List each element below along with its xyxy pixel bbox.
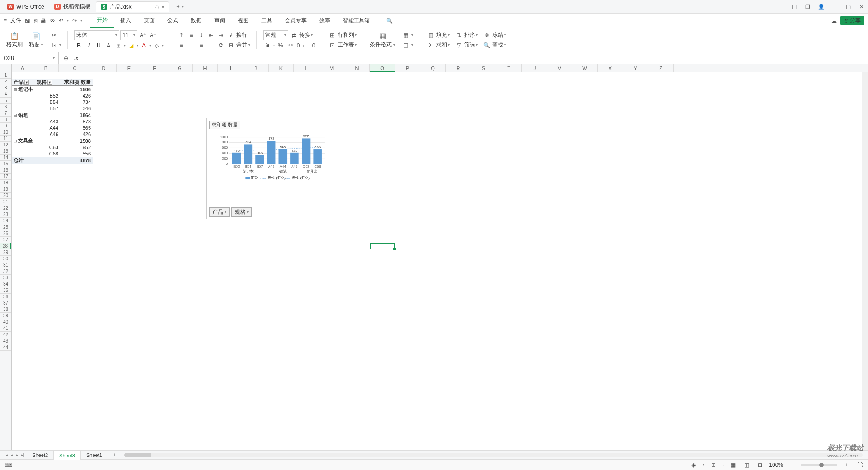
rowcol-button[interactable]: ⊞ [328,31,337,40]
strike-icon[interactable]: A̶ [104,41,113,50]
ribbon-tab-efficiency[interactable]: 效率 [313,14,336,28]
select-all-corner[interactable] [0,64,12,72]
view-normal-icon[interactable]: ▦ [728,461,737,470]
row-header[interactable]: 8 [0,117,11,123]
cube-icon[interactable]: ❒ [804,3,811,10]
ribbon-tab-smart[interactable]: 智能工具箱 [336,14,376,28]
horizontal-scrollbar[interactable] [124,453,863,457]
row-header[interactable]: 4 [0,91,11,98]
row-header[interactable]: 20 [0,193,11,199]
col-header[interactable]: U [522,64,547,72]
vertical-scrollbar[interactable] [862,72,868,450]
align-center-icon[interactable]: ≣ [187,41,196,50]
number-format-select[interactable]: 常规▾ [263,30,288,40]
preview-icon[interactable]: 👁 [50,18,55,24]
dec-inc-icon[interactable]: .0→ [296,41,305,50]
filter-button[interactable]: ▽ [454,41,463,50]
align-top-icon[interactable]: ⤒ [177,31,186,40]
ribbon-tab-data[interactable]: 数据 [184,14,208,28]
row-header[interactable]: 38 [0,306,11,313]
font-size-select[interactable]: 11▾ [120,30,137,40]
row-header[interactable]: 29 [0,249,11,256]
row-header[interactable]: 10 [0,129,11,136]
col-header[interactable]: S [471,64,496,72]
align-middle-icon[interactable]: ≡ [187,31,196,40]
col-header[interactable]: C [59,64,91,72]
col-header[interactable]: X [598,64,623,72]
col-header[interactable]: Y [623,64,648,72]
zoom-out-icon[interactable]: − [788,461,797,470]
find-button[interactable]: 🔍 [482,41,491,50]
formula-input[interactable] [82,55,865,61]
ribbon-tab-page[interactable]: 页面 [137,14,161,28]
zoom-slider[interactable] [801,464,837,466]
row-header[interactable]: 2 [0,79,11,85]
align-right-icon[interactable]: ≡ [197,41,206,50]
row-header[interactable]: 12 [0,142,11,148]
input-mode-icon[interactable]: ⌨ [4,461,13,470]
col-header[interactable]: A [12,64,33,72]
chart-filter-product[interactable]: 产品▾ [209,207,230,217]
ribbon-tab-home[interactable]: 开始 [90,14,114,28]
row-header[interactable]: 40 [0,319,11,325]
row-header[interactable]: 15 [0,161,11,167]
embedded-chart[interactable]: 求和项:数量 020040060080010004267343468735654… [206,118,382,219]
row-header[interactable]: 3 [0,85,11,91]
row-header[interactable]: 5 [0,98,11,104]
clear-format-icon[interactable]: ◇ [152,41,161,50]
indent-dec-icon[interactable]: ⇤ [207,31,216,40]
convert-button[interactable]: ⇄ [289,31,298,40]
col-header[interactable]: B [33,64,59,72]
col-header[interactable]: L [294,64,319,72]
col-header[interactable]: Z [648,64,674,72]
row-header[interactable]: 41 [0,325,11,332]
sort-button[interactable]: ⇅ [454,31,463,40]
ribbon-tab-vip[interactable]: 会员专享 [278,14,313,28]
sheet-tab-2[interactable]: Sheet1 [81,451,108,460]
redo-icon[interactable]: ↷ [72,18,77,24]
file-menu[interactable]: 文件 [10,17,21,24]
view-page-icon[interactable]: ◫ [742,461,751,470]
increase-font-icon[interactable]: A⁺ [138,31,147,40]
row-header[interactable]: 30 [0,256,11,262]
ribbon-tab-formula[interactable]: 公式 [161,14,184,28]
justify-icon[interactable]: ≣ [207,41,216,50]
cond-format-button[interactable]: ▦条件格式 ▾ [368,31,396,49]
row-header[interactable]: 33 [0,275,11,281]
ribbon-tab-view[interactable]: 视图 [231,14,255,28]
row-header[interactable]: 27 [0,237,11,243]
close-window-icon[interactable]: ✕ [858,3,865,10]
sheet-tab-1[interactable]: Sheet3 [54,451,81,460]
fill-color-icon[interactable]: ◢ [127,41,136,50]
row-header[interactable]: 31 [0,262,11,268]
row-header[interactable]: 35 [0,287,11,294]
maximize-icon[interactable]: ▢ [844,3,852,10]
row-header[interactable]: 14 [0,155,11,161]
col-header[interactable]: H [193,64,218,72]
print-icon[interactable]: 🖶 [41,18,46,24]
col-header[interactable]: M [319,64,344,72]
row-header[interactable]: 39 [0,313,11,319]
sum-button[interactable]: Σ [426,41,435,50]
dec-dec-icon[interactable]: ←.0 [306,41,315,50]
align-left-icon[interactable]: ≡ [177,41,186,50]
row-header[interactable]: 26 [0,230,11,237]
comma-icon[interactable]: ººº [286,41,295,50]
share-button[interactable]: ⇪分享 [840,16,864,25]
row-header[interactable]: 43 [0,338,11,344]
col-header[interactable]: R [446,64,471,72]
row-header[interactable]: 9 [0,123,11,129]
new-tab-button[interactable]: ＋ [175,3,182,10]
ribbon-tab-review[interactable]: 审阅 [208,14,231,28]
col-header[interactable]: Q [420,64,446,72]
italic-icon[interactable]: I [84,41,93,50]
save-icon[interactable]: 🖫 [25,18,30,24]
search-icon[interactable]: 🔍 [386,18,393,24]
app-tab-wps[interactable]: W WPS Office [3,1,49,12]
sheet-nav-prev[interactable]: ◂ [10,452,14,457]
merge-button[interactable]: ⊟ [226,41,236,50]
fullscreen-icon[interactable]: ⛶ [855,461,864,470]
ribbon-tab-tools[interactable]: 工具 [255,14,278,28]
font-color-icon[interactable]: A [139,41,148,50]
ribbon-tab-insert[interactable]: 插入 [114,14,137,28]
